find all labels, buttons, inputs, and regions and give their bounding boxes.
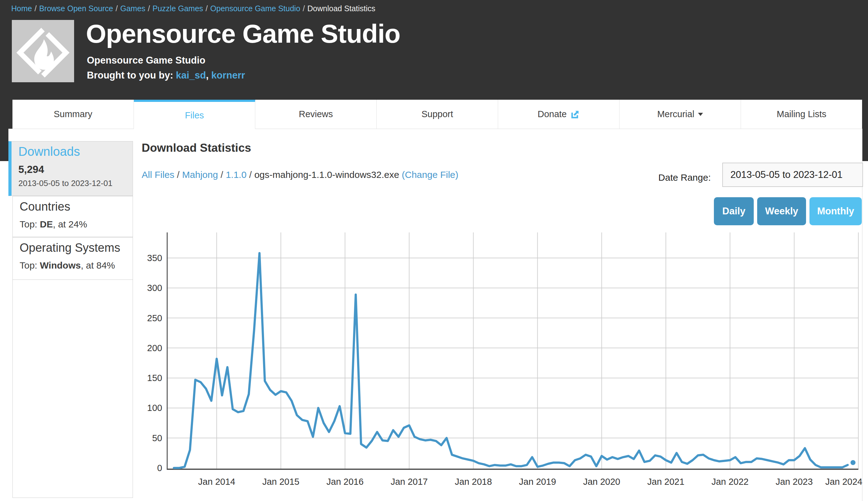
svg-text:Jan 2022: Jan 2022 <box>711 477 748 487</box>
tab-mercurial[interactable]: Mercurial <box>619 100 741 129</box>
breadcrumb-separator: / <box>300 4 307 13</box>
svg-text:Jan 2017: Jan 2017 <box>391 477 428 487</box>
sidebar-downloads-count: 5,294 <box>18 163 133 175</box>
svg-text:200: 200 <box>147 343 162 353</box>
date-range-label: Date Range: <box>617 172 711 183</box>
tab-mailing-lists[interactable]: Mailing Lists <box>741 100 862 129</box>
external-link-icon <box>570 110 580 119</box>
svg-text:Jan 2020: Jan 2020 <box>583 477 620 487</box>
top-label: Top: <box>20 219 40 229</box>
monthly-button[interactable]: Monthly <box>810 197 862 225</box>
svg-text:Jan 2015: Jan 2015 <box>262 477 299 487</box>
svg-text:Jan 2016: Jan 2016 <box>327 477 364 487</box>
sidebar-item-countries[interactable]: Countries Top: DE, at 24% <box>12 196 133 237</box>
top-suffix: , at 84% <box>81 260 115 270</box>
tab-label: Files <box>185 110 204 120</box>
tab-summary[interactable]: Summary <box>12 100 134 129</box>
svg-text:Jan 2021: Jan 2021 <box>647 477 684 487</box>
sidebar-countries-title: Countries <box>20 200 133 213</box>
author-link-kai-sd[interactable]: kai_sd <box>176 70 206 81</box>
file-path-filename: ogs-mahjong-1.1.0-windows32.exe <box>254 170 399 180</box>
downloads-line-chart: 050100150200250300350Jan 2014Jan 2015Jan… <box>137 231 868 499</box>
project-subtitle: Opensource Game Studio <box>87 55 206 66</box>
svg-text:150: 150 <box>147 373 162 383</box>
flame-in-diamond-icon <box>12 20 74 82</box>
file-path-mahjong[interactable]: Mahjong <box>182 170 218 180</box>
svg-text:0: 0 <box>157 463 162 473</box>
svg-text:50: 50 <box>152 433 162 443</box>
svg-text:350: 350 <box>147 253 162 263</box>
project-logo <box>12 20 74 82</box>
svg-text:100: 100 <box>147 403 162 413</box>
tab-label: Mailing Lists <box>777 109 827 119</box>
top-os: Windows <box>40 260 81 270</box>
sidebar-downloads-range: 2013-05-05 to 2023-12-01 <box>18 179 133 188</box>
change-file-link[interactable]: (Change File) <box>402 170 458 180</box>
svg-text:300: 300 <box>147 283 162 293</box>
sidebar-os-title: Operating Systems <box>20 241 133 255</box>
top-label: Top: <box>20 260 40 270</box>
svg-text:Jan 2018: Jan 2018 <box>455 477 492 487</box>
sidebar-item-downloads[interactable]: Downloads 5,294 2013-05-05 to 2023-12-01 <box>8 141 133 196</box>
breadcrumb-browse[interactable]: Browse Open Source <box>39 4 113 13</box>
date-range-input[interactable] <box>722 163 863 187</box>
svg-text:Jan 2023: Jan 2023 <box>776 477 813 487</box>
sidebar-downloads-title[interactable]: Downloads <box>18 145 133 159</box>
sidebar-os-top: Top: Windows, at 84% <box>20 260 133 271</box>
sidebar-empty-section <box>12 280 133 498</box>
breadcrumb-separator: / <box>113 4 120 13</box>
breadcrumb: Home/Browse Open Source/Games/Puzzle Gam… <box>11 4 375 13</box>
granularity-buttons: Daily Weekly Monthly <box>714 197 862 225</box>
file-path-separator: / <box>218 170 226 180</box>
tab-reviews[interactable]: Reviews <box>255 100 377 129</box>
svg-text:Jan 2019: Jan 2019 <box>519 477 556 487</box>
downloads-chart: 050100150200250300350Jan 2014Jan 2015Jan… <box>137 231 868 499</box>
section-title: Download Statistics <box>142 141 251 154</box>
breadcrumb-home[interactable]: Home <box>11 4 32 13</box>
top-country: DE <box>40 219 53 229</box>
top-suffix: , at 24% <box>53 219 87 229</box>
file-path-breadcrumb: All Files / Mahjong / 1.1.0 / ogs-mahjon… <box>142 170 458 180</box>
tab-label: Reviews <box>299 109 333 119</box>
weekly-button[interactable]: Weekly <box>757 197 806 225</box>
brought-by-label: Brought to you by: <box>87 70 173 81</box>
svg-text:Jan 2014: Jan 2014 <box>198 477 235 487</box>
breadcrumb-puzzle-games[interactable]: Puzzle Games <box>153 4 203 13</box>
breadcrumb-separator: / <box>32 4 39 13</box>
daily-button[interactable]: Daily <box>714 197 754 225</box>
author-link-kornerr[interactable]: kornerr <box>211 70 245 81</box>
svg-text:250: 250 <box>147 313 162 323</box>
breadcrumb-current: Download Statistics <box>307 4 375 13</box>
tab-label: Mercurial <box>657 109 694 119</box>
svg-text:Jan 2024: Jan 2024 <box>825 477 862 487</box>
breadcrumb-separator: / <box>203 4 210 13</box>
breadcrumb-separator: / <box>145 4 153 13</box>
file-path-version[interactable]: 1.1.0 <box>226 170 246 180</box>
tab-label: Support <box>421 109 453 119</box>
tab-files[interactable]: Files <box>134 100 255 129</box>
sidebar-countries-top: Top: DE, at 24% <box>20 219 133 230</box>
tab-label: Summary <box>54 109 92 119</box>
author-separator: , <box>206 70 211 81</box>
breadcrumb-games[interactable]: Games <box>120 4 145 13</box>
tab-support[interactable]: Support <box>377 100 498 129</box>
file-path-separator: / <box>174 170 182 180</box>
tab-label: Donate <box>538 109 567 119</box>
page-title: Opensource Game Studio <box>86 20 400 47</box>
project-nav-tabs: Summary Files Reviews Support Donate Mer… <box>12 100 862 129</box>
caret-down-icon <box>698 113 703 116</box>
tab-donate[interactable]: Donate <box>498 100 619 129</box>
file-path-all-files[interactable]: All Files <box>142 170 174 180</box>
sidebar-item-operating-systems[interactable]: Operating Systems Top: Windows, at 84% <box>12 237 133 280</box>
breadcrumb-project[interactable]: Opensource Game Studio <box>210 4 300 13</box>
brought-by: Brought to you by: kai_sd, kornerr <box>87 70 245 81</box>
file-path-separator: / <box>246 170 254 180</box>
